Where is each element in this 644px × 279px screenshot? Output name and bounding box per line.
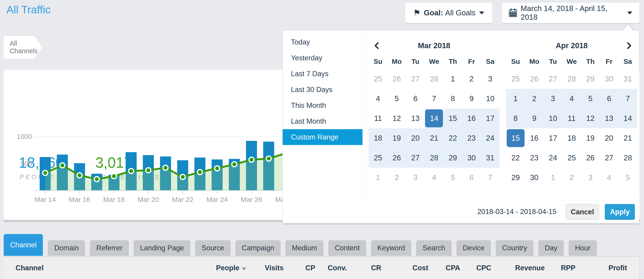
tab-landing-page[interactable]: Landing Page — [134, 240, 190, 256]
column-header-cpa[interactable]: CPA — [428, 264, 460, 272]
column-header-conv[interactable]: Conv. — [315, 264, 347, 272]
calendar-day[interactable]: 25 — [369, 148, 388, 168]
conversions-point[interactable] — [232, 162, 237, 167]
selected-day[interactable]: 14 — [425, 109, 443, 127]
calendar-day[interactable]: 30 — [600, 69, 618, 89]
calendar-day[interactable]: 7 — [618, 89, 637, 109]
tab-medium[interactable]: Medium — [286, 240, 324, 256]
calendar-day[interactable]: 21 — [618, 128, 637, 148]
apply-button[interactable]: Apply — [605, 204, 635, 220]
calendar-day[interactable]: 5 — [618, 168, 637, 187]
calendar-day[interactable]: 8 — [444, 89, 462, 109]
preset-today[interactable]: Today — [283, 34, 362, 50]
calendar-day[interactable]: 19 — [581, 128, 600, 148]
preset-this-month[interactable]: This Month — [283, 98, 362, 113]
calendar-day[interactable]: 9 — [525, 109, 544, 128]
tab-channel[interactable]: Channel — [4, 234, 43, 256]
tab-country[interactable]: Country — [496, 240, 534, 256]
calendar-day[interactable]: 22 — [444, 128, 462, 148]
preset-custom-range[interactable]: Custom Range — [283, 129, 362, 145]
preset-last-month[interactable]: Last Month — [283, 113, 362, 129]
calendar-day[interactable]: 25 — [506, 69, 525, 89]
calendar-day[interactable]: 31 — [481, 148, 500, 168]
goal-dropdown-button[interactable]: ⚑ Goal: All Goals — [405, 3, 492, 23]
calendar-day[interactable]: 12 — [581, 109, 600, 128]
calendar-day[interactable]: 2 — [462, 69, 481, 89]
calendar-day[interactable]: 2 — [525, 89, 544, 109]
column-header-cp[interactable]: CP — [284, 264, 315, 272]
calendar-day[interactable]: 21 — [425, 128, 444, 148]
calendar-day[interactable]: 28 — [562, 69, 581, 89]
conversions-point[interactable] — [112, 174, 116, 179]
calendar-day[interactable]: 15 — [506, 128, 525, 148]
conversions-point[interactable] — [163, 165, 168, 170]
conversions-point[interactable] — [249, 157, 254, 162]
calendar-day[interactable]: 4 — [600, 168, 618, 187]
cancel-button[interactable]: Cancel — [566, 204, 599, 220]
calendar-day[interactable]: 28 — [618, 148, 637, 168]
calendar-day[interactable]: 1 — [444, 69, 462, 89]
calendar-day[interactable]: 1 — [544, 168, 562, 187]
calendar-day[interactable]: 26 — [388, 148, 406, 168]
calendar-day[interactable]: 2 — [388, 168, 406, 187]
conversions-point[interactable] — [60, 163, 65, 168]
tab-source[interactable]: Source — [195, 240, 230, 256]
column-header-profit[interactable]: Profit — [576, 264, 627, 272]
calendar-day[interactable]: 22 — [506, 148, 525, 168]
conversions-point[interactable] — [198, 170, 202, 175]
calendar-day[interactable]: 31 — [618, 69, 637, 89]
tab-content[interactable]: Content — [328, 240, 366, 256]
column-header-cost[interactable]: Cost — [381, 264, 428, 272]
calendar-day[interactable]: 1 — [369, 168, 388, 187]
preset-last-7-days[interactable]: Last 7 Days — [283, 66, 362, 82]
calendar-day[interactable]: 10 — [544, 109, 562, 128]
calendar-day[interactable]: 26 — [581, 148, 600, 168]
calendar-day[interactable]: 5 — [444, 168, 462, 187]
conversions-point[interactable] — [146, 168, 151, 173]
calendar-day[interactable]: 28 — [425, 69, 444, 89]
selected-day[interactable]: 15 — [507, 129, 524, 147]
calendar-day[interactable]: 27 — [406, 148, 425, 168]
calendar-day[interactable]: 3 — [406, 168, 425, 187]
calendar-day[interactable]: 25 — [562, 148, 581, 168]
calendar-day[interactable]: 26 — [525, 69, 544, 89]
calendar-day[interactable]: 26 — [388, 69, 406, 89]
calendar-day[interactable]: 27 — [600, 148, 618, 168]
calendar-day[interactable]: 18 — [369, 128, 388, 148]
conversions-point[interactable] — [77, 173, 82, 178]
calendar-day[interactable]: 6 — [462, 168, 481, 187]
calendar-day[interactable]: 3 — [481, 69, 500, 89]
column-header-cpc[interactable]: CPC — [460, 264, 491, 272]
calendar-day[interactable]: 9 — [462, 89, 481, 109]
calendar-day[interactable]: 28 — [425, 148, 444, 168]
tab-day[interactable]: Day — [538, 240, 564, 256]
calendar-day[interactable]: 23 — [462, 128, 481, 148]
tab-campaign[interactable]: Campaign — [236, 240, 280, 256]
calendar-day[interactable]: 7 — [481, 168, 500, 187]
conversions-point[interactable] — [128, 168, 134, 173]
tab-search[interactable]: Search — [416, 240, 452, 256]
conversions-point[interactable] — [180, 174, 185, 179]
calendar-day[interactable]: 3 — [544, 89, 562, 109]
column-header-channel[interactable]: Channel — [4, 264, 205, 272]
calendar-day[interactable]: 14 — [618, 109, 637, 128]
calendar-day[interactable]: 10 — [481, 89, 500, 109]
calendar-day[interactable]: 14 — [425, 109, 444, 128]
calendar-day[interactable]: 17 — [544, 128, 562, 148]
calendar-day[interactable]: 5 — [388, 89, 406, 109]
next-month-icon[interactable] — [624, 41, 634, 50]
breadcrumb-all-channels[interactable]: All Channels — [4, 36, 42, 59]
column-header-rpp[interactable]: RPP — [545, 264, 576, 272]
date-range-dropdown-button[interactable]: March 14, 2018 - April 15, 2018 — [502, 3, 639, 23]
calendar-day[interactable]: 7 — [425, 89, 444, 109]
calendar-day[interactable]: 2 — [562, 168, 581, 187]
conversions-point[interactable] — [214, 166, 220, 171]
calendar-day[interactable]: 4 — [369, 89, 388, 109]
tab-keyword[interactable]: Keyword — [371, 240, 412, 256]
calendar-day[interactable]: 6 — [600, 89, 618, 109]
tab-referrer[interactable]: Referrer — [90, 240, 129, 256]
calendar-day[interactable]: 29 — [506, 168, 525, 187]
calendar-day[interactable]: 24 — [481, 128, 500, 148]
calendar-day[interactable]: 3 — [581, 168, 600, 187]
calendar-day[interactable]: 17 — [481, 109, 500, 128]
